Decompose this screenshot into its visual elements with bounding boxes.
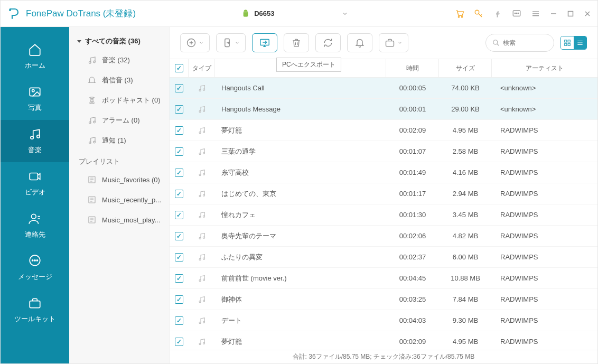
music-note-icon: [198, 316, 206, 325]
select-all-checkbox[interactable]: [175, 64, 183, 72]
row-checkbox[interactable]: [175, 253, 183, 262]
cell-time: 00:01:30: [386, 204, 439, 225]
table-row[interactable]: 三葉の通学00:01:072.58 MBRADWIMPS: [170, 141, 597, 162]
list-view-button[interactable]: [574, 36, 586, 49]
row-checkbox[interactable]: [175, 211, 183, 219]
close-button[interactable]: [584, 11, 591, 17]
toolbox-button[interactable]: [379, 33, 408, 52]
nav-label: 音楽: [28, 145, 42, 155]
row-checkbox[interactable]: [175, 105, 183, 114]
table-row[interactable]: 夢灯籠00:02:094.95 MBRADWIMPS: [170, 331, 597, 350]
nav-label: メッセージ: [18, 272, 52, 282]
cell-artist: RADWIMPS: [492, 331, 597, 350]
table-row[interactable]: 憧れカフェ00:01:303.45 MBRADWIMPS: [170, 204, 597, 226]
table-row[interactable]: 前前前世 (movie ver.)00:04:4510.88 MBRADWIMP…: [170, 268, 597, 289]
facebook-icon[interactable]: [493, 9, 502, 18]
svg-point-42: [203, 110, 204, 111]
row-checkbox[interactable]: [175, 169, 183, 177]
svg-point-51: [199, 216, 201, 218]
row-checkbox[interactable]: [175, 232, 183, 240]
row-checkbox[interactable]: [175, 190, 183, 198]
row-checkbox[interactable]: [175, 84, 183, 92]
key-icon[interactable]: [474, 9, 483, 18]
status-bar: 合計: 36ファイル/85.75 MB; チェック済み:36ファイル/85.75…: [170, 350, 597, 363]
ringtone-button[interactable]: [347, 33, 372, 52]
search-input[interactable]: [503, 39, 540, 46]
col-header-type[interactable]: タイプ: [189, 59, 215, 77]
svg-point-58: [203, 279, 204, 281]
table-row[interactable]: ふたりの異変00:02:376.00 MBRADWIMPS: [170, 247, 597, 268]
chevron-down-icon: [397, 40, 403, 45]
cell-time: 00:03:25: [386, 289, 439, 310]
svg-point-45: [199, 153, 201, 154]
cell-name: デート: [215, 310, 386, 331]
cell-size: 2.58 MB: [439, 141, 492, 162]
svg-point-64: [203, 342, 204, 344]
cell-size: 4.82 MB: [439, 226, 492, 246]
maximize-button[interactable]: [567, 11, 574, 17]
svg-point-46: [203, 152, 204, 154]
menu-icon[interactable]: [531, 9, 540, 18]
cell-time: 00:04:45: [386, 268, 439, 288]
tree-item[interactable]: 通知 (1): [69, 130, 169, 151]
tree-item-label: ポッドキャスト (0): [102, 96, 161, 105]
nav-photos[interactable]: 写真: [1, 78, 69, 120]
row-checkbox[interactable]: [175, 274, 183, 283]
refresh-button[interactable]: [315, 33, 341, 52]
nav-messages[interactable]: メッセージ: [1, 247, 69, 289]
svg-point-7: [518, 13, 519, 14]
cell-time: 00:01:49: [386, 162, 439, 183]
cell-artist: RADWIMPS: [492, 310, 597, 331]
row-checkbox[interactable]: [175, 338, 183, 346]
delete-button[interactable]: [284, 33, 309, 52]
search-box[interactable]: [485, 34, 554, 52]
row-checkbox[interactable]: [175, 147, 183, 156]
feedback-icon[interactable]: [512, 9, 521, 18]
tree-playlist-item[interactable]: Music_recently_p...: [69, 190, 169, 210]
tree-playlist-item[interactable]: Music_favorites (0): [69, 170, 169, 190]
cell-name: 奥寺先輩のテーマ: [215, 226, 386, 246]
col-header-size[interactable]: サイズ: [439, 59, 492, 77]
table-row[interactable]: 糸守高校00:01:494.16 MBRADWIMPS: [170, 162, 597, 183]
grid-view-button[interactable]: [561, 36, 574, 49]
table-row[interactable]: デート00:04:039.30 MBRADWIMPS: [170, 310, 597, 331]
nav-videos[interactable]: ビデオ: [1, 162, 69, 204]
export-pc-button[interactable]: [252, 33, 277, 52]
svg-point-1: [458, 16, 459, 17]
minimize-button[interactable]: [550, 11, 557, 17]
table-row[interactable]: はじめての、東京00:01:172.94 MBRADWIMPS: [170, 183, 597, 204]
nav-toolkit[interactable]: ツールキット: [1, 289, 69, 331]
nav-contacts[interactable]: 連絡先: [1, 204, 69, 247]
row-checkbox[interactable]: [175, 126, 183, 135]
photo-icon: [28, 85, 42, 99]
tree-item[interactable]: ポッドキャスト (0): [69, 90, 169, 110]
row-checkbox[interactable]: [175, 316, 183, 325]
tree-item[interactable]: 着信音 (3): [69, 70, 169, 90]
cell-artist: RADWIMPS: [492, 162, 597, 183]
add-button[interactable]: [180, 33, 210, 52]
svg-point-14: [32, 214, 36, 219]
col-header-artist[interactable]: アーティスト: [492, 59, 597, 77]
tree-item[interactable]: アラーム (0): [69, 110, 169, 130]
nav-home[interactable]: ホーム: [1, 35, 69, 78]
cart-icon[interactable]: [455, 9, 464, 18]
export-device-button[interactable]: [216, 33, 246, 52]
tree-all-music[interactable]: すべての音楽 (36): [69, 32, 169, 50]
table-row[interactable]: 御神体00:03:257.84 MBRADWIMPS: [170, 289, 597, 310]
table-row[interactable]: Hangouts Call00:00:0574.00 KB<unknown>: [170, 78, 597, 99]
music-note-icon: [198, 126, 206, 135]
table-row[interactable]: Hangouts Message00:00:0129.00 KB<unknown…: [170, 99, 597, 120]
nav-music[interactable]: 音楽: [1, 120, 69, 162]
device-selector[interactable]: D6653: [236, 6, 353, 21]
row-checkbox[interactable]: [175, 295, 183, 304]
table-row[interactable]: 夢灯籠00:02:094.95 MBRADWIMPS: [170, 120, 597, 141]
col-header-time[interactable]: 時間: [386, 59, 439, 77]
cell-time: 00:04:03: [386, 310, 439, 331]
table-row[interactable]: 奥寺先輩のテーマ00:02:064.82 MBRADWIMPS: [170, 226, 597, 247]
playlist-section-label: プレイリスト: [69, 151, 169, 170]
bell-icon: [354, 38, 365, 48]
contacts-icon: [28, 212, 42, 226]
toolkit-icon: [28, 296, 42, 310]
tree-item[interactable]: 音楽 (32): [69, 50, 169, 70]
tree-playlist-item[interactable]: Music_most_play...: [69, 210, 169, 230]
